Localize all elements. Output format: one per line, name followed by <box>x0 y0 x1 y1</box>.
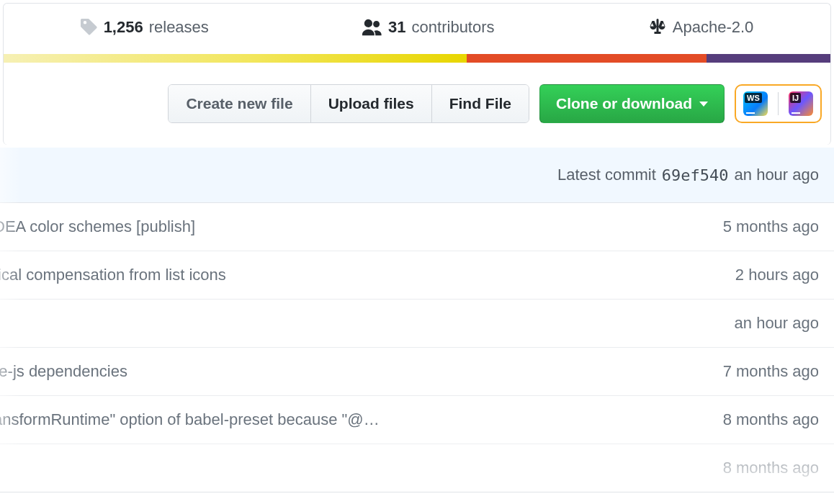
releases-label: releases <box>149 18 209 37</box>
commit-message: DEA color schemes [publish] <box>0 217 195 236</box>
commit-time: 7 months ago <box>709 362 819 381</box>
law-icon <box>648 19 667 36</box>
find-file-button[interactable]: Find File <box>432 85 529 122</box>
file-row[interactable]: an hour ago <box>0 300 834 348</box>
license-name: Apache-2.0 <box>673 18 754 37</box>
commit-message: tical compensation from list icons <box>0 266 226 284</box>
contributors-count: 31 <box>388 18 405 37</box>
language-segment <box>707 54 830 63</box>
commit-time: 8 months ago <box>709 459 819 477</box>
commit-time: 5 months ago <box>709 217 819 236</box>
create-file-button[interactable]: Create new file <box>169 85 310 122</box>
file-action-group: Create new file Upload files Find File <box>168 84 529 123</box>
commit-time: 2 hours ago <box>721 266 819 284</box>
language-segment <box>467 54 707 63</box>
file-row[interactable]: tical compensation from list icons 2 hou… <box>0 251 834 300</box>
clone-download-button[interactable]: Clone or download <box>539 84 725 123</box>
latest-commit-bar: Latest commit 69ef540 an hour ago <box>0 148 834 203</box>
file-row[interactable]: 8 months ago <box>0 444 834 492</box>
jetbrains-ide-launcher: WS IJ <box>735 84 822 123</box>
caret-down-icon <box>699 102 708 107</box>
file-row[interactable]: DEA color schemes [publish] 5 months ago <box>0 203 834 251</box>
repo-header-card: 1,256 releases 31 contributors Apache-2.… <box>3 3 831 145</box>
license-stat[interactable]: Apache-2.0 <box>648 18 754 37</box>
commit-message: ansformRuntime" option of babel-preset b… <box>0 410 380 429</box>
people-icon <box>362 19 382 36</box>
contributors-label: contributors <box>412 18 495 37</box>
file-row[interactable]: re-js dependencies 7 months ago <box>0 348 834 396</box>
upload-files-button[interactable]: Upload files <box>311 85 432 122</box>
language-bar[interactable] <box>4 54 830 63</box>
latest-commit-prefix: Latest commit <box>557 166 656 184</box>
file-listing: Latest commit 69ef540 an hour ago DEA co… <box>0 148 834 492</box>
latest-commit-time: an hour ago <box>735 166 819 184</box>
contributors-stat[interactable]: 31 contributors <box>362 18 494 37</box>
releases-stat[interactable]: 1,256 releases <box>81 18 209 37</box>
stats-row: 1,256 releases 31 contributors Apache-2.… <box>4 4 830 54</box>
divider <box>778 92 779 115</box>
commit-hash-link[interactable]: 69ef540 <box>662 166 729 184</box>
commit-time: an hour ago <box>720 314 819 333</box>
releases-count: 1,256 <box>104 18 143 37</box>
commit-message: re-js dependencies <box>0 362 127 381</box>
action-row: Create new file Upload files Find File C… <box>4 63 830 145</box>
file-row[interactable]: ansformRuntime" option of babel-preset b… <box>0 396 834 444</box>
language-segment <box>4 54 467 63</box>
intellij-icon[interactable]: IJ <box>789 91 813 116</box>
clone-download-label: Clone or download <box>556 95 692 112</box>
webstorm-icon[interactable]: WS <box>743 91 768 116</box>
tag-icon <box>81 19 98 36</box>
commit-time: 8 months ago <box>709 410 819 429</box>
